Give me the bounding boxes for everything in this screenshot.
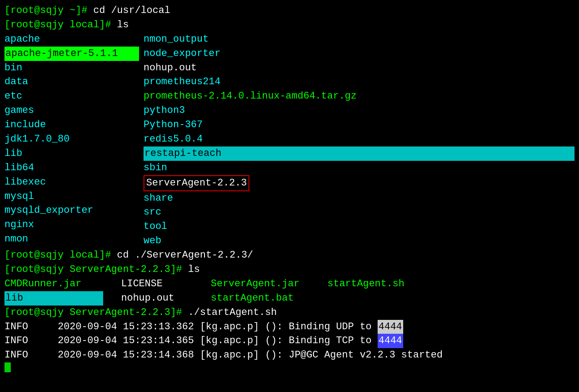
ls-item: nohup.out (144, 61, 575, 75)
port-tcp: 4444 (378, 334, 403, 348)
ls-item: tool (144, 220, 575, 234)
ls-item: prometheus214 (144, 75, 575, 89)
terminal-cursor (4, 362, 11, 372)
info-text-1: INFO 2020-09-04 15:23:13.362 [kg.apc.p] … (4, 320, 378, 334)
cmd-text-2: ls (117, 18, 129, 32)
ls-item: etc (4, 89, 139, 103)
ls-item: lib (4, 146, 139, 161)
cursor-line (4, 362, 575, 372)
prompt-1: [root@sqjy ~]# (4, 4, 93, 18)
info-line-1: INFO 2020-09-04 15:23:13.362 [kg.apc.p] … (4, 320, 575, 334)
info-text-3: INFO 2020-09-04 15:23:14.368 [kg.apc.p] … (4, 348, 443, 362)
cmd-line-2: [root@sqjy local]# ls (4, 18, 575, 32)
cmd-text-1: cd /usr/local (93, 4, 170, 18)
ls2-row2: lib nohup.out startAgent.bat (4, 291, 575, 306)
ls2-item-lib: lib (4, 291, 103, 306)
ls-item: nmon_output (144, 32, 575, 47)
ls2-item-serveragent-jar: ServerAgent.jar (211, 277, 309, 291)
ls-item: games (4, 103, 139, 118)
ls-item: src (144, 205, 575, 220)
ls2-item-startagent-bat: startAgent.bat (211, 291, 294, 306)
ls-item: nmon (4, 232, 139, 246)
cmd-text-5: ./startAgent.sh (188, 306, 277, 320)
ls-item: libexec (4, 175, 139, 190)
ls-item: jdk1.7.0_80 (4, 132, 139, 146)
ls-item: lib64 (4, 161, 139, 175)
ls2-row1: CMDRunner.jar LICENSE ServerAgent.jar st… (4, 277, 575, 291)
cmd-text-4: ls (188, 263, 200, 277)
ls-item-highlighted: apache-jmeter-5.1.1 (4, 47, 139, 61)
ls-item: bin (4, 61, 139, 75)
ls-col-1: apache apache-jmeter-5.1.1 bin data etc … (4, 32, 139, 248)
ls2-item-license: LICENSE (121, 277, 193, 291)
ls-item-boxed-line: ServerAgent-2.2.3 (144, 175, 575, 191)
cmd-text-3: cd ./ServerAgent-2.2.3/ (117, 248, 253, 263)
ls-col-2: nmon_output node_exporter nohup.out prom… (144, 32, 575, 248)
ls-item: nginx (4, 218, 139, 232)
prompt-4: [root@sqjy ServerAgent-2.2.3]# (4, 263, 188, 277)
cmd-line-5: [root@sqjy ServerAgent-2.2.3]# ./startAg… (4, 306, 575, 320)
ls-item-restapi: restapi-teach (144, 146, 575, 161)
port-udp: 4444 (378, 320, 403, 334)
info-to: to (360, 334, 378, 348)
ls-item: redis5.0.4 (144, 132, 575, 146)
ls-item: mysql (4, 190, 139, 204)
ls-output: apache apache-jmeter-5.1.1 bin data etc … (4, 32, 575, 248)
info-text-2: INFO 2020-09-04 15:23:14.365 [kg.apc.p] … (4, 334, 360, 348)
ls2-item-startagent-sh: startAgent.sh (327, 277, 405, 291)
cmd-line-3: [root@sqjy local]# cd ./ServerAgent-2.2.… (4, 248, 575, 263)
ls-item: python3 (144, 103, 575, 118)
cmd-line-1: [root@sqjy ~]# cd /usr/local (4, 4, 575, 18)
cmd-line-4: [root@sqjy ServerAgent-2.2.3]# ls (4, 263, 575, 277)
info-line-3: INFO 2020-09-04 15:23:14.368 [kg.apc.p] … (4, 348, 575, 362)
ls-item-serveragent-boxed: ServerAgent-2.2.3 (144, 175, 249, 191)
ls-item: prometheus-2.14.0.linux-amd64.tar.gz (144, 89, 575, 103)
ls-item: web (144, 234, 575, 248)
ls-item: include (4, 118, 139, 132)
terminal: [root@sqjy ~]# cd /usr/local [root@sqjy … (4, 4, 575, 372)
ls-item: node_exporter (144, 47, 575, 61)
prompt-2: [root@sqjy local]# (4, 18, 117, 32)
ls2-item-cmdrunner: CMDRunner.jar (4, 277, 103, 291)
ls-item: Python-367 (144, 118, 575, 132)
ls-item: apache (4, 32, 139, 47)
prompt-3: [root@sqjy local]# (4, 248, 117, 263)
info-line-2: INFO 2020-09-04 15:23:14.365 [kg.apc.p] … (4, 334, 575, 348)
ls-item: mysqld_exporter (4, 203, 139, 218)
prompt-5: [root@sqjy ServerAgent-2.2.3]# (4, 306, 188, 320)
ls2-item-nohup: nohup.out (121, 291, 193, 306)
ls-item: sbin (144, 161, 575, 175)
ls-item: share (144, 191, 575, 206)
ls-item: data (4, 75, 139, 89)
